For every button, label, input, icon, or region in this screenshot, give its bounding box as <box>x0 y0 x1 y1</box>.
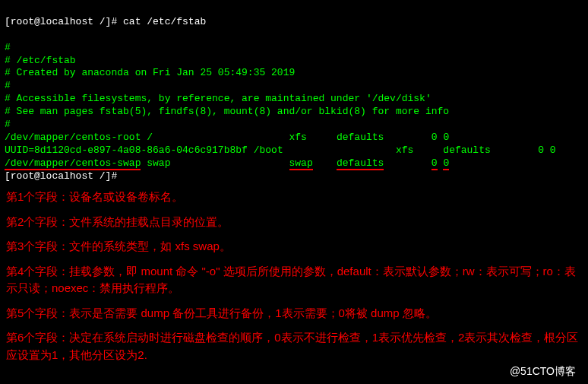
fstab-comment: # <box>5 42 11 53</box>
swap-device-underlined: /dev/mapper/centos-swap <box>5 157 141 170</box>
fstab-comment: # See man pages fstab(5), findfs(8), mou… <box>5 106 449 117</box>
fstab-comment: # <box>5 119 11 130</box>
prompt-line-2[interactable]: [root@localhost /]# <box>5 170 117 182</box>
fstab-comment: # Accessible filesystems, by reference, … <box>5 93 432 104</box>
annotation-field1: 第1个字段：设备名或设备卷标名。 <box>6 189 582 206</box>
annotation-field2: 第2个字段：文件系统的挂载点目录的位置。 <box>6 214 582 231</box>
fstab-comment: # Created by anaconda on Fri Jan 25 05:4… <box>5 67 295 78</box>
swap-fstype-underlined: swap <box>289 157 313 170</box>
fstab-comment: # <box>5 80 11 91</box>
watermark-label: @51CTO博客 <box>510 364 576 378</box>
fstab-row1: /dev/mapper/centos-root / xfs defaults 0… <box>5 132 449 143</box>
prompt-user: [root@localhost /]# <box>5 16 117 27</box>
fstab-row2: UUID=8d1120cd-e897-4a08-86a6-04c6c917b8b… <box>5 144 556 156</box>
command-text: cat /etc/fstab <box>123 16 206 27</box>
annotation-field6: 第6个字段：决定在系统启动时进行磁盘检查的顺序，0表示不进行检查，1表示优先检查… <box>6 329 582 363</box>
fstab-row3: /dev/mapper/centos-swap swap swap defaul… <box>5 157 449 170</box>
fstab-comment: # /etc/fstab <box>5 55 76 66</box>
swap-pass-underlined: 0 <box>443 157 449 170</box>
prompt-line: [root@localhost /]# cat /etc/fstab <box>5 16 206 27</box>
annotation-field3: 第3个字段：文件的系统类型，如 xfs swap。 <box>6 238 582 255</box>
terminal-output: [root@localhost /]# cat /etc/fstab # # /… <box>0 0 588 186</box>
swap-dump-underlined: 0 <box>432 157 438 170</box>
annotation-field5: 第5个字段：表示是否需要 dump 备份工具进行备份，1表示需要；0将被 dum… <box>6 305 582 322</box>
annotation-field4: 第4个字段：挂载参数，即 mount 命令 "-o" 选项后所使用的参数，def… <box>6 263 582 297</box>
swap-options-underlined: defaults <box>337 157 384 170</box>
annotations-block: 第1个字段：设备名或设备卷标名。 第2个字段：文件系统的挂载点目录的位置。 第3… <box>0 186 588 374</box>
